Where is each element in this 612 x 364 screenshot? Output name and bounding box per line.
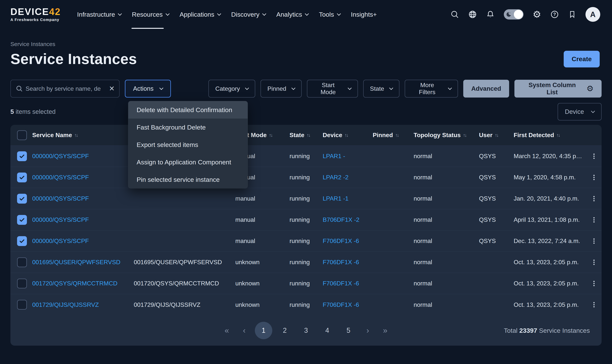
cell-device[interactable]: LPAR2 -2 — [323, 174, 373, 181]
help-button[interactable]: ? — [550, 10, 559, 19]
nav-item-tools[interactable]: Tools — [314, 0, 346, 29]
cell-name[interactable]: 000000/QSYS/SCPF — [32, 237, 134, 245]
main-content: Service Instances Service Instances Crea… — [0, 41, 612, 346]
sort-icon[interactable]: ↑↓ — [74, 132, 78, 138]
logo[interactable]: DEVICE42 A Freshworks Company — [10, 7, 61, 22]
row-checkbox[interactable] — [17, 194, 27, 204]
cell-device[interactable]: B706DF1X -2 — [323, 216, 373, 223]
sort-icon[interactable]: ↑↓ — [495, 132, 498, 138]
pagination-next-button[interactable]: › — [361, 326, 375, 335]
search-button[interactable] — [450, 10, 459, 19]
globe-button[interactable] — [468, 10, 477, 19]
row-checkbox[interactable] — [17, 215, 27, 225]
row-actions-button[interactable] — [586, 174, 602, 181]
menu-item-delete-with-detailed-confirmation[interactable]: Delete with Detailed Confirmation — [128, 101, 248, 118]
nav-item-applications[interactable]: Applications — [174, 0, 226, 29]
nav-item-analytics[interactable]: Analytics — [271, 0, 314, 29]
pagination-prev-button[interactable]: ‹ — [237, 326, 251, 335]
pagination-page-1[interactable]: 1 — [255, 322, 272, 339]
sort-icon[interactable]: ↑↓ — [556, 132, 559, 138]
column-header-state[interactable]: State↑↓ — [290, 132, 323, 139]
row-checkbox[interactable] — [17, 172, 27, 182]
sort-icon[interactable]: ↑↓ — [345, 132, 348, 138]
group-by-dropdown[interactable]: Device — [558, 103, 602, 120]
cell-device[interactable]: LPAR1 -1 — [323, 195, 373, 202]
row-actions-button[interactable] — [586, 195, 602, 202]
column-header-user[interactable]: User↑↓ — [479, 132, 514, 139]
row-cell-checkbox — [17, 257, 32, 267]
pagination-page-4[interactable]: 4 — [319, 322, 336, 339]
clear-search-button[interactable]: ✕ — [109, 85, 115, 92]
globe-icon — [468, 10, 477, 19]
pagination-page-3[interactable]: 3 — [297, 322, 315, 339]
row-actions-button[interactable] — [586, 216, 602, 224]
pagination-page-5[interactable]: 5 — [340, 322, 357, 339]
search-input[interactable] — [26, 85, 106, 92]
sort-icon[interactable]: ↑↓ — [463, 132, 466, 138]
cell-name[interactable]: 001729/QIJS/QIJSSRVZ — [32, 301, 134, 308]
row-checkbox[interactable] — [17, 279, 27, 288]
column-header-topology-status[interactable]: Topology Status↑↓ — [414, 132, 479, 139]
sort-icon[interactable]: ↑↓ — [269, 132, 272, 138]
dark-mode-toggle[interactable] — [504, 9, 523, 20]
cell-name[interactable]: 000000/QSYS/SCPF — [32, 216, 134, 223]
cell-name[interactable]: 001695/QUSER/QPWFSERVSD — [32, 259, 134, 266]
pagination-last-button[interactable]: » — [378, 326, 392, 335]
nav-item-resources[interactable]: Resources — [127, 0, 174, 29]
row-actions-button[interactable] — [586, 259, 602, 266]
row-checkbox[interactable] — [17, 151, 27, 161]
cell-device[interactable]: F706DF1X -6 — [323, 237, 373, 245]
create-button[interactable]: Create — [564, 51, 600, 67]
menu-item-fast-background-delete[interactable]: Fast Background Delete — [128, 118, 248, 136]
nav-item-insights[interactable]: Insights+ — [346, 0, 382, 29]
cell-name[interactable]: 000000/QSYS/SCPF — [32, 195, 134, 202]
row-actions-button[interactable] — [586, 280, 602, 287]
filter-start-mode[interactable]: Start Mode — [307, 80, 358, 98]
row-actions-button[interactable] — [586, 237, 602, 245]
cell-device[interactable]: F706DF1X -6 — [323, 280, 373, 287]
system-column-list-label: System Column List — [522, 81, 582, 96]
sort-icon[interactable]: ↑↓ — [306, 132, 310, 138]
column-header-label: State — [290, 132, 304, 139]
select-all-checkbox[interactable] — [17, 130, 27, 140]
check-icon — [19, 238, 25, 244]
row-checkbox[interactable] — [17, 300, 27, 310]
cell-device[interactable]: LPAR1 - — [323, 153, 373, 160]
cell-name[interactable]: 001720/QSYS/QRMCCTRMCD — [32, 280, 134, 287]
bookmark-button[interactable] — [568, 10, 576, 19]
column-header-first-detected[interactable]: First Detected↑↓ — [514, 132, 586, 139]
notifications-button[interactable] — [486, 10, 495, 19]
column-header-device[interactable]: Device↑↓ — [323, 132, 373, 139]
row-checkbox[interactable] — [17, 236, 27, 246]
pagination-first-button[interactable]: « — [220, 326, 234, 335]
total-prefix: Total — [504, 327, 518, 334]
avatar[interactable]: A — [585, 7, 600, 22]
cell-device[interactable]: F706DF1X -6 — [323, 259, 373, 266]
nav-item-discovery[interactable]: Discovery — [226, 0, 271, 29]
menu-item-assign-to-application-component[interactable]: Assign to Application Component — [128, 153, 248, 171]
row-actions-button[interactable] — [586, 301, 602, 309]
column-header-pinned[interactable]: Pinned↑↓ — [373, 132, 414, 139]
filter-pinned[interactable]: Pinned — [261, 80, 302, 98]
cell-name[interactable]: 000000/QSYS/SCPF — [32, 174, 134, 181]
column-header-service-name[interactable]: Service Name↑↓ — [32, 132, 134, 139]
filter-state[interactable]: State — [363, 80, 399, 98]
row-actions-button[interactable] — [586, 153, 602, 160]
cell-device[interactable]: F706DF1X -6 — [323, 301, 373, 308]
pagination-page-2[interactable]: 2 — [276, 322, 293, 339]
logo-tagline: A Freshworks Company — [10, 18, 61, 22]
nav-item-infrastructure[interactable]: Infrastructure — [72, 0, 127, 29]
settings-button[interactable]: ⚙ — [532, 10, 541, 19]
advanced-button[interactable]: Advanced — [463, 80, 509, 98]
breadcrumb[interactable]: Service Instances — [10, 41, 55, 47]
selection-count: 5 — [10, 108, 14, 115]
filter-more-filters[interactable]: More Filters — [405, 80, 458, 98]
row-checkbox[interactable] — [17, 257, 27, 267]
actions-button[interactable]: Actions — [125, 80, 171, 98]
menu-item-export-selected-items[interactable]: Export selected items — [128, 136, 248, 153]
cell-name[interactable]: 000000/QSYS/SCPF — [32, 153, 134, 160]
system-column-list-button[interactable]: System Column List ⚙ — [514, 80, 602, 98]
filter-category[interactable]: Category — [208, 80, 255, 98]
sort-icon[interactable]: ↑↓ — [395, 132, 399, 138]
menu-item-pin-selected-service-instance[interactable]: Pin selected service instance — [128, 171, 248, 188]
